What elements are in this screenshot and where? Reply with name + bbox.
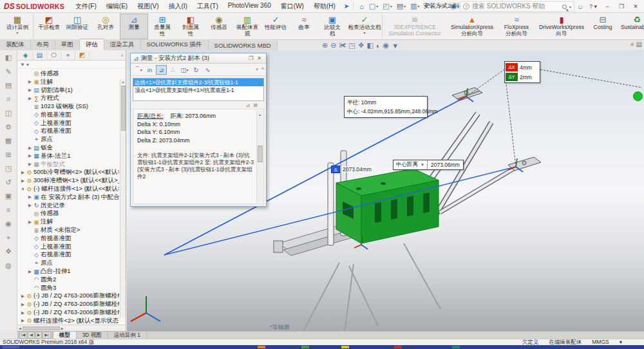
expand-arrow-icon[interactable]: ▶ [27,88,33,93]
tree-item[interactable]: ▶ ▦ 平板型式 [19,160,119,169]
dialog-pin-icon[interactable]: + [256,66,259,73]
ribbon-button[interactable]: ≋ 3DEXPERIENCE Simulation Connector [384,14,446,39]
left-toolbar-icon[interactable]: ↺ [5,179,11,186]
expand-arrow-icon[interactable]: ▶ [27,79,33,84]
tree-item[interactable]: ▶ ↻ 历史记录 [19,202,119,210]
panel-tab-icon[interactable]: ⎔ [47,51,61,60]
command-tab[interactable]: 布局 [31,39,55,50]
left-toolbar-icon[interactable]: ≡ [6,207,10,214]
measurement-option-icon[interactable]: ⊠ [253,102,258,108]
expand-arrow-icon[interactable]: ▶ [27,162,33,167]
expand-arrow-icon[interactable]: ▶ [20,302,26,307]
tree-item[interactable]: ▶ ▦ 凸台-拉伸1 [19,267,119,276]
tree-item[interactable]: ▶ ⚙ (-) JB / ZQ 4763-2006膨胀螺栓M12 [19,300,119,308]
scrollbar-thumb[interactable] [258,146,263,162]
tree-item[interactable]: ◇ 右视基准面 [19,251,119,259]
login-user-icon[interactable]: ☺ [574,3,586,10]
ribbon-button[interactable]: ⊿ 测量 [120,14,148,39]
ribbon-button[interactable]: ◉ 传感器 [205,14,233,39]
tree-item[interactable]: ▶ ⚙ 300标准槽钢<1> (默认<<默认>_显示 [19,176,119,185]
dialog-restore-button[interactable]: ❐ [247,55,255,61]
ribbon-button[interactable]: ▣ 比较文 档 [318,14,346,39]
left-toolbar-icon[interactable]: ⊞ [5,151,11,158]
tree-item[interactable]: ▶ ⚙ (-) JB / ZQ 4763-2006膨胀螺栓M12 [19,308,119,317]
menu-item[interactable]: PhotoView 360 [223,1,276,12]
search-input[interactable]: ? 搜索 SOLIDWORKS 帮助 ▾ [460,1,574,12]
search-scope-caret[interactable]: ▾ [569,5,571,9]
tree-vertical-scrollbar[interactable]: ▲ [120,79,126,318]
search-icon[interactable] [562,5,567,9]
tree-item[interactable]: ◎ 传感器 [19,210,119,218]
tree-filter[interactable]: ▼ ▾ [17,61,126,69]
tree-item[interactable]: ▶ ▤ 钣金 [19,144,119,152]
measure-tool-button[interactable]: ⌒ ▾ [133,65,144,75]
menu-item[interactable]: 编辑(E) [102,1,132,12]
measure-tool-button[interactable]: ∿ [202,65,213,75]
view-tool-icon[interactable]: ⊕ [322,41,328,50]
measure-tool-button[interactable]: ◫ ▾ [179,65,190,75]
menu-item[interactable]: 视图(V) [133,1,163,12]
windows-taskbar[interactable] [0,345,644,349]
ribbon-button[interactable]: ▥ 装配体直 观 [233,14,261,39]
tree-item[interactable]: ▼ ⚙ (-) 螺杆连接件<1> (默认<<默认> 显 [19,185,119,193]
command-tab[interactable]: SOLIDWORKS 插件 [141,39,209,50]
command-tab[interactable]: 渲染工具 [104,39,141,50]
expand-arrow-icon[interactable]: ▶ [20,310,26,316]
left-toolbar-icon[interactable]: ▦ [5,137,12,144]
expand-arrow-icon[interactable]: ▶ [27,194,33,200]
left-toolbar-icon[interactable]: ⌖ [6,234,10,241]
ribbon-button[interactable]: ≈ 曲率 [290,14,318,39]
expand-arrow-icon[interactable]: ▶ [27,96,33,101]
left-toolbar-icon[interactable]: ◳ [5,165,12,172]
tree-item[interactable]: ⌖ 原点 [19,135,119,144]
results-scrollbar[interactable]: ▲ [256,110,263,203]
command-tab[interactable]: SOLIDWORKS MBD [209,41,278,50]
scroll-up-icon[interactable]: ▲ [258,110,261,120]
view-tool-icon[interactable]: ◐ [376,42,381,50]
taskbar-app-icon[interactable] [452,346,460,348]
measure-tool-button[interactable]: in [144,65,155,75]
scroll-up-icon[interactable]: ▲ [122,79,125,84]
panel-tab-icon[interactable]: ◩ [75,51,90,60]
view-tool-icon[interactable]: ◧ [367,41,374,50]
menu-item[interactable]: 工具(T) [193,1,223,12]
tree-item[interactable]: ▶ ⚙ (-) JB / ZQ 4763-2006膨胀螺栓M12 [19,292,119,301]
tab-scroll-button[interactable]: ◀ [28,332,35,339]
model-tripod-legs[interactable] [302,243,440,331]
document-view-tab[interactable]: 模型 [53,332,77,339]
restore-button[interactable]: ❐ [614,1,629,12]
tree-item[interactable]: ◇ 右视基准面 [19,127,119,136]
tree-item[interactable]: ▶ ∑ 方程式 [19,94,119,102]
taskbar-app-icon[interactable] [394,346,402,348]
ribbon-button[interactable]: ▦ 设计算例 ▾ [1,14,33,39]
taskbar-app-icon[interactable] [258,346,265,348]
command-tab[interactable]: 草图 [55,39,80,50]
ribbon-button[interactable]: ◩ 干涉检查 [35,14,63,39]
task-pane-toggle-icon[interactable]: ▤ [636,41,642,48]
tree-item[interactable]: ◇ 前视基准面 [19,111,119,119]
result-distance-link[interactable]: 距离/总长: [137,113,164,119]
left-toolbar-icon[interactable]: ◍ [5,262,12,269]
measurement-option-icon[interactable]: ⊿ [246,102,251,108]
ribbon-button[interactable]: ≈ FloXpress 分析向导 [498,14,535,39]
expand-arrow-icon[interactable]: ▶ [20,170,26,175]
tab-scroll-button[interactable]: ▶ [35,332,43,339]
measure-tool-button[interactable]: ⊿ [156,65,167,75]
left-toolbar-icon[interactable]: ✎ [5,68,11,75]
view-tool-icon[interactable]: ❖ [358,41,365,50]
tree-item[interactable]: ▶ ▣ 注解 [19,218,119,226]
tree-item[interactable]: ▶ ▤ 切割清单(1) [19,86,119,95]
ribbon-button[interactable]: ◧ 剖面属 性 [176,14,205,39]
tree-item[interactable]: ▶ ▦ 基体-法兰1 [19,152,119,160]
scroll-left-icon[interactable]: ◀ [19,326,21,330]
ribbon-button[interactable]: ◫ 间隙验证 [63,14,91,39]
ribbon-button[interactable]: ⊟ Costing [589,14,617,39]
document-view-tab[interactable]: 3D 视图 [77,332,108,339]
graphics-viewport[interactable]: ⊿ 测量 - 安装方式2 副本 (3) ❐ ✕ ⌒ ▾ in [127,50,644,331]
dialog-collapse-icon[interactable]: ^ [261,66,264,73]
taskbar-app-icon[interactable] [301,346,309,348]
tree-item[interactable]: ▶ ▣ 在 安装方式2 副本 (3) 中配合 [19,193,119,202]
ribbon-button[interactable]: ▲ SimulationXpress 分析向导 [446,14,498,39]
left-toolbar-icon[interactable]: ◉ [5,220,12,227]
ribbon-button[interactable]: ✓ 检查活动文档 ▾ [346,14,383,39]
